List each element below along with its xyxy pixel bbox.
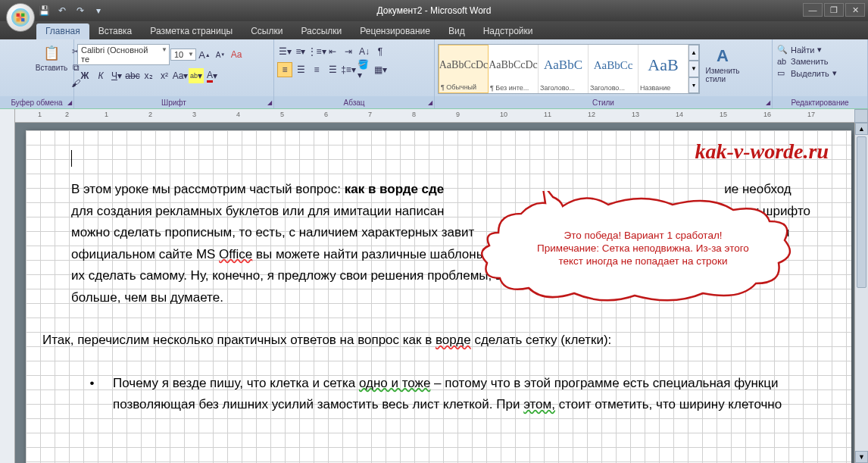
paste-button[interactable]: 📋 Вставить: [36, 41, 67, 72]
group-paragraph: ☰▾ ≡▾ ⋮≡▾ ⇤ ⇥ A↓ ¶ ≡ ☰ ≡ ☰ ‡≡▾ 🪣▾ ▦▾ Абз…: [274, 39, 435, 108]
change-case-icon[interactable]: Aa▾: [173, 68, 188, 83]
group-styles: AaBbCcDc¶ Обычный AaBbCcDc¶ Без инте... …: [435, 39, 773, 108]
line-spacing-icon[interactable]: ‡≡▾: [341, 62, 356, 77]
change-styles-label: Изменить стили: [705, 67, 739, 83]
bold-icon[interactable]: Ж: [77, 68, 92, 83]
paragraph-launcher-icon[interactable]: ◢: [428, 99, 432, 106]
minimize-button[interactable]: —: [803, 3, 823, 17]
replace-icon: ab: [777, 57, 788, 66]
svg-rect-2: [21, 14, 24, 17]
ribbon: 📋 Вставить ✂ ⧉ 🖌 Буфер обмена◢ Calibri (…: [0, 39, 868, 109]
style-normal[interactable]: AaBbCcDc¶ Обычный: [439, 45, 489, 93]
grow-font-icon[interactable]: A▲: [197, 47, 212, 62]
font-label: Шрифт: [161, 99, 186, 107]
ruler-toggle-icon[interactable]: [854, 109, 868, 123]
show-marks-icon[interactable]: ¶: [373, 44, 388, 59]
styles-scroll-up-icon[interactable]: ▲: [688, 45, 699, 61]
office-button[interactable]: [6, 3, 35, 32]
indent-decrease-icon[interactable]: ⇤: [325, 44, 340, 59]
clipboard-launcher-icon[interactable]: ◢: [67, 99, 72, 106]
editing-label: Редактирование: [791, 99, 848, 107]
redo-icon[interactable]: ↷: [73, 3, 88, 18]
callout-shape: Это победа! Вариант 1 сработал! Примечан…: [476, 191, 801, 305]
multilevel-icon[interactable]: ⋮≡▾: [309, 44, 324, 59]
tab-review[interactable]: Рецензирование: [351, 23, 439, 39]
underline-icon[interactable]: Ч▾: [109, 68, 124, 83]
styles-more-icon[interactable]: ▾: [688, 77, 699, 93]
shrink-font-icon[interactable]: A▼: [213, 47, 228, 62]
subscript-icon[interactable]: x₂: [141, 68, 156, 83]
select-icon: ▭: [777, 68, 788, 78]
tab-insert[interactable]: Вставка: [89, 23, 142, 39]
styles-gallery[interactable]: AaBbCcDc¶ Обычный AaBbCcDc¶ Без инте... …: [438, 44, 700, 94]
svg-rect-1: [17, 14, 20, 17]
clipboard-label: Буфер обмена: [11, 99, 63, 107]
paste-label: Вставить: [36, 64, 67, 72]
vertical-scrollbar[interactable]: ▲ ▼: [854, 123, 868, 463]
select-button[interactable]: ▭Выделить ▾: [776, 67, 838, 79]
font-color-icon[interactable]: A▾: [205, 68, 220, 83]
tab-mailings[interactable]: Рассылки: [292, 23, 351, 39]
scroll-down-icon[interactable]: ▼: [855, 451, 868, 463]
font-launcher-icon[interactable]: ◢: [267, 99, 272, 106]
strikethrough-icon[interactable]: abc: [125, 68, 140, 83]
svg-rect-3: [17, 18, 20, 21]
italic-icon[interactable]: К: [93, 68, 108, 83]
workspace: 121234567891011121314151617 kak-v-worde.…: [0, 109, 868, 463]
scroll-thumb[interactable]: [857, 136, 866, 288]
maximize-button[interactable]: ❐: [824, 3, 844, 17]
group-font: Calibri (Основной те▼ 10▼ A▲ A▼ Aa Ж К Ч…: [74, 39, 274, 108]
shading-icon[interactable]: 🪣▾: [357, 62, 372, 77]
change-styles-button[interactable]: A Изменить стили: [701, 44, 744, 83]
indent-increase-icon[interactable]: ⇥: [341, 44, 356, 59]
watermark: kak-v-worde.ru: [695, 139, 829, 164]
find-icon: 🔍: [777, 45, 788, 55]
paste-icon: 📋: [42, 44, 61, 62]
tab-references[interactable]: Ссылки: [242, 23, 292, 39]
text-cursor: [71, 150, 72, 167]
window-title: Документ2 - Microsoft Word: [376, 5, 491, 16]
align-left-icon[interactable]: ≡: [277, 62, 292, 77]
style-heading2[interactable]: AaBbCcЗаголово...: [589, 45, 639, 93]
bullets-icon[interactable]: ☰▾: [277, 44, 292, 59]
styles-launcher-icon[interactable]: ◢: [766, 99, 770, 106]
sort-icon[interactable]: A↓: [357, 44, 372, 59]
tab-addins[interactable]: Надстройки: [474, 23, 542, 39]
superscript-icon[interactable]: x²: [157, 68, 172, 83]
vertical-ruler[interactable]: [0, 109, 15, 463]
align-center-icon[interactable]: ☰: [293, 62, 308, 77]
tab-view[interactable]: Вид: [439, 23, 474, 39]
tab-layout[interactable]: Разметка страницы: [141, 23, 242, 39]
qat-customize-icon[interactable]: ▾: [91, 3, 106, 18]
svg-point-0: [11, 8, 30, 27]
find-button[interactable]: 🔍Найти ▾: [776, 44, 823, 55]
horizontal-ruler[interactable]: 121234567891011121314151617: [15, 109, 868, 123]
replace-button[interactable]: abЗаменить: [776, 56, 829, 67]
undo-icon[interactable]: ↶: [55, 3, 70, 18]
callout-line1: Это победа! Вариант 1 сработал!: [509, 229, 777, 242]
highlight-icon[interactable]: ab▾: [189, 68, 204, 83]
numbering-icon[interactable]: ≡▾: [293, 44, 308, 59]
page[interactable]: kak-v-worde.ru Это победа! Вариант 1 сра…: [26, 130, 851, 463]
borders-icon[interactable]: ▦▾: [373, 62, 388, 77]
style-heading1[interactable]: AaBbCЗаголово...: [539, 45, 589, 93]
style-title[interactable]: AaBНазвание: [639, 45, 688, 93]
clear-format-icon[interactable]: Aa: [229, 47, 244, 62]
change-styles-icon: A: [713, 47, 732, 65]
tab-home[interactable]: Главная: [36, 23, 89, 39]
style-no-spacing[interactable]: AaBbCcDc¶ Без инте...: [489, 45, 539, 93]
font-name-combo[interactable]: Calibri (Основной те▼: [77, 44, 170, 65]
callout-line2: Примечание: Сетка неподвижна. Из-за этог…: [509, 242, 777, 255]
close-button[interactable]: ✕: [845, 3, 865, 17]
justify-icon[interactable]: ☰: [325, 62, 340, 77]
align-right-icon[interactable]: ≡: [309, 62, 324, 77]
group-clipboard: 📋 Вставить ✂ ⧉ 🖌 Буфер обмена◢: [0, 39, 74, 108]
ribbon-tabs: Главная Вставка Разметка страницы Ссылки…: [0, 21, 868, 39]
scroll-up-icon[interactable]: ▲: [855, 123, 868, 135]
group-editing: 🔍Найти ▾ abЗаменить ▭Выделить ▾ Редактир…: [773, 39, 868, 108]
document-area[interactable]: kak-v-worde.ru Это победа! Вариант 1 сра…: [15, 123, 854, 463]
font-size-combo[interactable]: 10▼: [170, 48, 196, 61]
styles-scroll-down-icon[interactable]: ▼: [688, 61, 699, 77]
save-icon[interactable]: 💾: [36, 3, 52, 18]
svg-rect-4: [21, 18, 24, 21]
